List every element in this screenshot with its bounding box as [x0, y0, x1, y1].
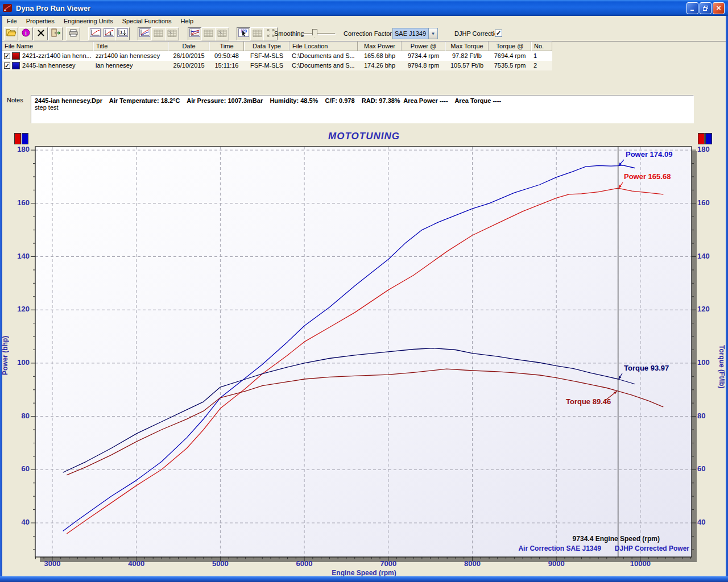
- y-axis-right-tick-label: 120: [697, 305, 722, 313]
- window-title: Dyna Pro Run Viewer: [16, 4, 686, 13]
- cursor-readout-power-run2: Power 174.09: [626, 150, 672, 159]
- run1-checkbox[interactable]: ✓: [4, 53, 10, 59]
- y-axis-right-tick-label: 160: [697, 198, 722, 207]
- x-axis-tick-label: 7000: [371, 559, 406, 568]
- open-file-button[interactable]: [4, 27, 18, 40]
- graph-run1-button[interactable]: 1: [102, 27, 116, 40]
- col-title[interactable]: Title: [93, 41, 168, 51]
- cursor-readout-torque-run1: Torque 89.46: [566, 397, 611, 406]
- toolbar: i 1 1: [2, 26, 726, 41]
- smoothing-label: Smoothing: [274, 30, 304, 37]
- run2-max-torque: 105.57 Ft/lb: [445, 61, 489, 70]
- data-grid3-button[interactable]: [215, 27, 229, 40]
- graph-overlay-button[interactable]: [138, 27, 152, 40]
- col-file-name[interactable]: File Name: [2, 41, 93, 51]
- col-date[interactable]: Date: [168, 41, 209, 51]
- graph-power-button[interactable]: [88, 27, 102, 40]
- info-button[interactable]: i: [19, 27, 33, 40]
- menu-engineering-units[interactable]: Engineering Units: [59, 16, 118, 26]
- data-grid2-icon: [204, 29, 213, 39]
- col-no[interactable]: No.: [531, 41, 552, 51]
- info-icon: i: [22, 28, 30, 39]
- graph-multi-button[interactable]: [188, 27, 202, 40]
- col-max-torque[interactable]: Max Torque: [445, 41, 489, 51]
- runs-list-header: File Name Title Date Time Data Type File…: [2, 41, 552, 51]
- run1-data-type: FSF-M-SLS: [244, 51, 289, 61]
- notes-box[interactable]: 2445-ian hennesey.Dpr Air Temperature: 1…: [31, 95, 694, 123]
- app-icon: [2, 3, 13, 13]
- cursor-values-button[interactable]: 123: [237, 27, 251, 40]
- run2-color-swatch: [12, 62, 20, 69]
- data-grid-alt-button[interactable]: [165, 27, 179, 40]
- y-axis-left-tick-label: 40: [5, 518, 30, 526]
- delete-button[interactable]: [34, 27, 48, 40]
- y-axis-right-tick-label: 180: [697, 145, 722, 153]
- maximize-restore-button[interactable]: [700, 2, 712, 14]
- print-button[interactable]: [66, 27, 80, 40]
- y-axis-left-tick-label: 80: [5, 411, 30, 420]
- close-button[interactable]: ✕: [713, 2, 725, 14]
- table-row-run1[interactable]: ✓ 2421-zzr1400 ian henn... zzr1400 ian h…: [2, 51, 552, 61]
- y-axis-right-tick-label: 100: [697, 358, 722, 367]
- run1-no: 1: [531, 51, 552, 61]
- run1-max-power: 165.68 bhp: [358, 51, 402, 61]
- graph-overlay-icon: [139, 28, 150, 39]
- run2-power-at: 9794.8 rpm: [402, 61, 445, 70]
- air-correction-label: Air Correction SAE J1349: [518, 544, 601, 552]
- table-grid-button[interactable]: [250, 27, 264, 40]
- correction-factor-dropdown[interactable]: SAE J1349 ▼: [392, 28, 438, 39]
- run1-torque-at: 7694.4 rpm: [489, 51, 531, 61]
- chevron-down-icon[interactable]: ▼: [428, 28, 437, 39]
- smoothing-slider-thumb[interactable]: [312, 29, 317, 38]
- menu-properties[interactable]: Properties: [22, 16, 59, 26]
- graph-single-icon: [90, 28, 101, 39]
- djhp-correction-checkbox[interactable]: ✓: [495, 30, 502, 37]
- graph-run-shift-button[interactable]: 1: [115, 27, 130, 40]
- window-border-right: [726, 16, 728, 577]
- col-power-at[interactable]: Power @: [402, 41, 445, 51]
- graph-run1-icon: 1: [104, 28, 114, 39]
- cursor-123-icon: 123: [238, 28, 249, 39]
- data-grid-button[interactable]: [151, 27, 166, 40]
- x-axis-tick-label: 6000: [287, 559, 321, 568]
- y-axis-right-tick-label: 40: [697, 518, 722, 526]
- run2-file-location: C:\Documents and S...: [289, 61, 358, 70]
- x-axis-tick-label: 10000: [623, 559, 657, 568]
- svg-text:1: 1: [120, 30, 123, 35]
- data-grid-alt-icon: [167, 29, 177, 39]
- y-axis-left-tick-label: 100: [5, 358, 30, 367]
- col-time[interactable]: Time: [209, 41, 244, 51]
- cursor-readout-power-run1: Power 165.68: [624, 172, 671, 181]
- x-axis-tick-label: 5000: [203, 559, 237, 568]
- graph-run-shift-icon: 1: [117, 28, 128, 39]
- x-axis-tick-label: 3000: [35, 559, 69, 568]
- table-row-run2[interactable]: ✓ 2445-ian hennesey ian hennesey 26/10/2…: [2, 61, 552, 70]
- col-data-type[interactable]: Data Type: [244, 41, 289, 51]
- cursor-engine-speed-label: 9734.4 Engine Speed (rpm): [535, 535, 660, 543]
- y-axis-right-tick-label: 140: [697, 252, 722, 260]
- title-bar: Dyna Pro Run Viewer ✕: [0, 0, 728, 16]
- y-axis-left-tick-label: 120: [5, 305, 30, 313]
- run2-title: ian hennesey: [93, 61, 168, 70]
- y-axis-left-tick-label: 140: [5, 252, 30, 260]
- minimize-button[interactable]: [686, 2, 698, 14]
- menu-help[interactable]: Help: [176, 16, 198, 26]
- col-file-location[interactable]: File Location: [289, 41, 358, 51]
- col-torque-at[interactable]: Torque @: [489, 41, 531, 51]
- y-axis-right-tick-label: 60: [697, 464, 722, 473]
- run2-checkbox[interactable]: ✓: [4, 63, 10, 69]
- svg-text:i: i: [25, 30, 27, 36]
- menu-file[interactable]: File: [2, 16, 22, 26]
- y-axis-title-power: Power (bhp): [1, 315, 10, 395]
- correction-factor-label: Correction Factor: [344, 30, 392, 37]
- smoothing-slider-track[interactable]: [303, 33, 336, 35]
- x-axis-tick-label: 4000: [119, 559, 154, 568]
- open-file-icon: [6, 28, 16, 39]
- exit-button[interactable]: [48, 27, 63, 40]
- y-axis-left-tick-label: 60: [5, 464, 30, 473]
- menu-special-functions[interactable]: Special Functions: [118, 16, 176, 26]
- col-max-power[interactable]: Max Power: [358, 41, 402, 51]
- dyno-plot[interactable]: [0, 127, 728, 577]
- data-grid2-button[interactable]: [201, 27, 216, 40]
- cursor-readout-torque-run2: Torque 93.97: [624, 364, 669, 372]
